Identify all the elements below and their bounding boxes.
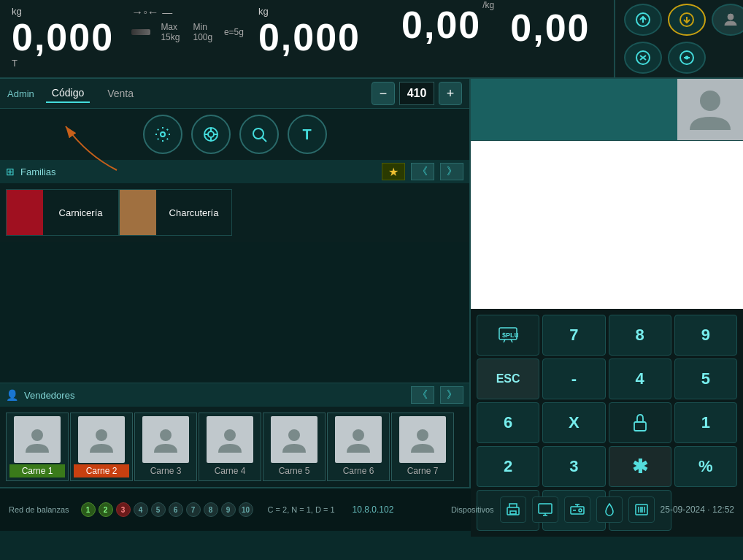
weight2-block: kg 0,000 (258, 6, 361, 56)
ip-address: 10.8.0.102 (353, 505, 394, 515)
top-btn-minus-dot[interactable] (668, 42, 706, 74)
vendor-carne1[interactable]: Carne 1 (6, 413, 69, 481)
node-2[interactable]: 2 (99, 502, 113, 517)
numpad-8-btn[interactable]: 8 (609, 315, 671, 356)
vendedores-section: 👤 Vendedores 《 》 Carne 1 C (0, 383, 469, 487)
families-next-btn[interactable]: 》 (440, 163, 463, 180)
vendor-avatar-carne7 (399, 416, 446, 463)
numpad-percent-btn[interactable]: % (674, 446, 737, 487)
node-1[interactable]: 1 (81, 502, 96, 517)
node-9[interactable]: 9 (221, 502, 236, 517)
numpad-star-btn[interactable]: ✱ (609, 446, 671, 487)
families-prev-btn[interactable]: 《 (411, 163, 434, 180)
left-panel: Admin Código Venta − 410 + (0, 79, 471, 487)
settings-btn[interactable] (143, 115, 182, 154)
numpad-5-btn[interactable]: 5 (674, 358, 737, 399)
vendor-avatar-carne5 (271, 416, 317, 463)
barcode-btn[interactable] (628, 496, 655, 523)
plu-icon: $PLU (498, 325, 518, 345)
node-5[interactable]: 5 (151, 502, 166, 517)
vendor-carne7[interactable]: Carne 7 (391, 413, 454, 481)
node-3[interactable]: 3 (116, 502, 131, 517)
admin-bar: Admin Código Venta − 410 + (0, 79, 469, 109)
network-btn[interactable] (191, 115, 231, 154)
monitor-btn[interactable] (532, 496, 558, 523)
text-btn[interactable]: T (288, 115, 327, 154)
families-grid: Carnicería Charcutería (0, 183, 469, 242)
numpad-x-label: X (569, 413, 580, 432)
counter-plus-btn[interactable]: + (439, 82, 462, 105)
numpad-1-btn[interactable]: 1 (674, 402, 737, 443)
families-title: Familias (20, 166, 376, 177)
numpad-9-label: 9 (701, 326, 710, 345)
drop-btn[interactable] (596, 496, 623, 523)
weight1-unit: kg (12, 6, 114, 17)
svg-line-17 (262, 138, 266, 142)
lock-icon (632, 413, 648, 432)
vendor-name-carne5: Carne 5 (266, 464, 322, 477)
receipt-area (471, 141, 743, 309)
numpad-lock-btn[interactable] (609, 402, 671, 443)
family-color-charcuteria (120, 190, 156, 235)
vendedores-prev-btn[interactable]: 《 (411, 386, 434, 404)
vendor-carne3[interactable]: Carne 3 (134, 413, 197, 481)
vendedores-person-icon: 👤 (6, 389, 18, 401)
vendor-avatar-carne1 (14, 416, 61, 463)
star-btn[interactable]: ★ (382, 163, 405, 180)
top-btn-arrow1[interactable] (624, 4, 662, 36)
svg-point-20 (96, 429, 107, 441)
numpad-3-btn[interactable]: 3 (542, 446, 605, 487)
numpad-esc-btn[interactable]: ESC (477, 358, 539, 399)
numpad-7-btn[interactable]: 7 (542, 315, 605, 356)
search-btn[interactable] (239, 115, 279, 154)
svg-point-16 (253, 129, 263, 139)
numpad-plu-btn[interactable]: $PLU (477, 315, 539, 356)
weight2-unit: kg (258, 6, 361, 17)
family-item-carniceria[interactable]: Carnicería (6, 189, 119, 236)
price-per-kg-row: 0,00 /kg (401, 6, 493, 44)
node-6[interactable]: 6 (169, 502, 183, 517)
tab-venta[interactable]: Venta (101, 85, 139, 102)
numpad-6-btn[interactable]: 6 (477, 402, 539, 443)
families-grid-icon: ⊞ (6, 166, 15, 177)
vendor-carne2[interactable]: Carne 2 (70, 413, 133, 481)
scale-arrows: →◦← — (131, 6, 244, 19)
counter-minus-btn[interactable]: − (372, 82, 395, 105)
icon-btn-row-wrapper: T (0, 109, 469, 160)
svg-point-11 (208, 131, 214, 137)
top-btn-arrow2[interactable] (668, 4, 706, 36)
vendor-carne5[interactable]: Carne 5 (263, 413, 326, 481)
node-7[interactable]: 7 (186, 502, 201, 517)
customer-info (471, 79, 677, 140)
tab-codigo[interactable]: Código (46, 84, 90, 103)
node-10[interactable]: 10 (239, 502, 253, 517)
network-device-btn[interactable] (564, 496, 590, 523)
scale-min: Min 100g (193, 22, 217, 42)
svg-text:$PLU: $PLU (502, 331, 518, 339)
price-per-kg-unit: /kg (482, 0, 494, 10)
top-btn-swap[interactable] (624, 42, 662, 74)
scale-section: kg 0,000 T →◦← — Max 15kg Min 100g e=5g … (0, 0, 614, 77)
print-btn[interactable] (500, 496, 526, 523)
family-item-charcuteria[interactable]: Charcutería (119, 189, 232, 236)
numpad-4-label: 4 (636, 369, 644, 388)
scale-info: →◦← — Max 15kg Min 100g e=5g (131, 6, 244, 45)
top-btn-person[interactable] (712, 4, 744, 36)
vendor-name-carne1: Carne 1 (9, 464, 65, 477)
vendor-carne6[interactable]: Carne 6 (327, 413, 390, 481)
vendedores-next-btn[interactable]: 》 (440, 386, 463, 404)
node-8[interactable]: 8 (204, 502, 218, 517)
node-4[interactable]: 4 (134, 502, 148, 517)
counter-group: − 410 + (372, 82, 462, 105)
vendedores-header: 👤 Vendedores 《 》 (0, 383, 469, 407)
numpad-9-btn[interactable]: 9 (674, 315, 737, 356)
numpad-2-btn[interactable]: 2 (477, 446, 539, 487)
numpad-4-btn[interactable]: 4 (609, 358, 671, 399)
numpad-minus-btn[interactable]: - (542, 358, 605, 399)
scale-bar-graphic (131, 29, 150, 35)
vendor-carne4[interactable]: Carne 4 (199, 413, 261, 481)
customer-section (471, 79, 743, 141)
numpad-x-btn[interactable]: X (542, 402, 605, 443)
vendedores-title: Vendedores (24, 390, 405, 401)
weight2-value: 0,000 (258, 18, 361, 56)
